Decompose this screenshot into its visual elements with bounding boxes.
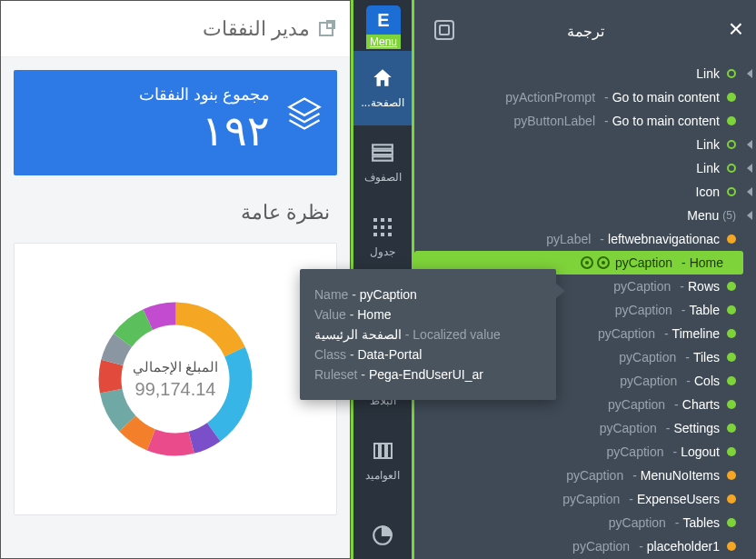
svg-rect-2: [373, 156, 393, 160]
nav-item-label: العواميد: [365, 469, 400, 482]
preview-title: مدير النفقات: [203, 17, 310, 41]
tree-node-link[interactable]: Link: [414, 62, 740, 85]
status-dot-icon: [727, 140, 736, 149]
nav-item-grid[interactable]: جدول: [353, 200, 412, 275]
svg-rect-9: [373, 233, 377, 236]
status-dot-icon: [727, 542, 736, 551]
svg-rect-5: [388, 218, 392, 222]
status-dot-icon: [727, 116, 736, 125]
status-dot-icon: [727, 187, 736, 196]
status-dot-icon: [727, 353, 736, 362]
svg-rect-1: [373, 151, 393, 155]
donut-label: المبلغ الإجمالي: [133, 359, 218, 375]
status-dot-icon: [727, 164, 736, 173]
expand-icon[interactable]: [434, 20, 454, 40]
svg-rect-18: [381, 444, 385, 458]
status-dot-icon: [727, 376, 736, 385]
cols-icon: [370, 440, 395, 462]
nav-item-chart[interactable]: [353, 498, 412, 559]
donut-chart-card: المبلغ الإجمالي 99,174.14: [14, 243, 337, 515]
tree-item[interactable]: pyLabel-leftwebnavigationac: [414, 227, 740, 251]
home-icon: [370, 67, 395, 89]
tree-item[interactable]: pyButtonLabel-Go to main content: [414, 109, 740, 133]
tree-item[interactable]: pyCaption-MenuNoItems: [414, 464, 740, 487]
layers-icon: [284, 94, 324, 134]
svg-rect-7: [381, 225, 384, 229]
status-dot-icon: [727, 424, 736, 433]
status-dot-icon: [727, 235, 736, 244]
panel-header: ترجمة ×: [414, 0, 756, 62]
nav-item-label: جدول: [370, 245, 395, 258]
svg-rect-11: [388, 233, 392, 236]
preview-header: مدير النفقات: [1, 1, 350, 57]
status-dot-icon: [727, 69, 736, 78]
status-dot-icon: [727, 400, 736, 409]
svg-rect-4: [381, 218, 384, 222]
collapse-arrow-icon[interactable]: [747, 140, 752, 149]
tree-node-icon[interactable]: Icon: [414, 180, 740, 204]
collapse-arrow-icon[interactable]: [747, 69, 752, 78]
donut-value: 99,174.14: [133, 379, 218, 400]
overview-section-title: نظرة عامة: [1, 188, 350, 237]
tree-node-menu[interactable]: Menu(5): [414, 204, 740, 227]
tree-item[interactable]: pyCaption-ExpenseUsers: [414, 487, 740, 511]
svg-rect-17: [374, 444, 379, 458]
summary-card-value: ١٩٢: [202, 106, 270, 155]
svg-rect-3: [373, 218, 377, 222]
status-dot-icon: [727, 305, 736, 314]
tree-item[interactable]: pyCaption-Logout: [414, 440, 740, 464]
summary-card-title: مجموع بنود النفقات: [139, 85, 270, 105]
nav-item-rows[interactable]: الصفوف: [353, 125, 412, 200]
svg-rect-0: [373, 145, 393, 148]
grid-icon: [370, 216, 395, 238]
status-dot-icon: [727, 518, 736, 527]
close-icon[interactable]: ×: [729, 15, 743, 44]
chart-icon: [370, 524, 395, 546]
svg-rect-8: [388, 225, 392, 229]
nav-item-cols[interactable]: العواميد: [353, 424, 412, 498]
panel-title: ترجمة: [567, 23, 604, 40]
tree-item[interactable]: pyCaption-Tables: [414, 511, 740, 534]
rows-icon: [370, 142, 395, 164]
collapse-arrow-icon[interactable]: [747, 164, 752, 173]
tree-node-link[interactable]: Link: [414, 156, 740, 180]
svg-rect-19: [387, 444, 392, 458]
tree-item[interactable]: pyCaption-Settings: [414, 416, 740, 440]
nav-item-home[interactable]: ...الصفحة: [353, 51, 412, 125]
collapse-icon[interactable]: [319, 22, 333, 36]
status-dot-icon: [727, 93, 736, 102]
status-dot-icon: [727, 494, 736, 504]
menu-label[interactable]: Menu: [366, 35, 401, 49]
nav-item-label: ...الصفحة: [361, 96, 403, 109]
svg-rect-6: [373, 225, 377, 229]
status-dot-icon: [727, 471, 736, 480]
collapse-arrow-icon[interactable]: [747, 211, 752, 220]
property-tooltip: Name - pyCaption Value - Home الصفحة الر…: [300, 269, 556, 400]
nav-item-label: الصفوف: [364, 171, 402, 184]
tree-item[interactable]: pyCaption-placeholder1: [414, 534, 740, 558]
status-dot-icon: [731, 258, 740, 267]
tree-item[interactable]: pyActionPrompt-Go to main content: [414, 85, 740, 109]
status-dot-icon: [727, 329, 736, 338]
status-dot-icon: [727, 282, 736, 291]
status-dot-icon: [727, 447, 736, 456]
svg-rect-10: [381, 233, 384, 236]
summary-card[interactable]: مجموع بنود النفقات ١٩٢: [14, 70, 337, 175]
dashboard-preview: مدير النفقات مجموع بنود النفقات ١٩٢ نظرة…: [0, 0, 351, 559]
collapse-arrow-icon[interactable]: [747, 187, 752, 196]
app-badge[interactable]: E: [366, 5, 401, 35]
tree-node-link[interactable]: Link: [414, 133, 740, 156]
